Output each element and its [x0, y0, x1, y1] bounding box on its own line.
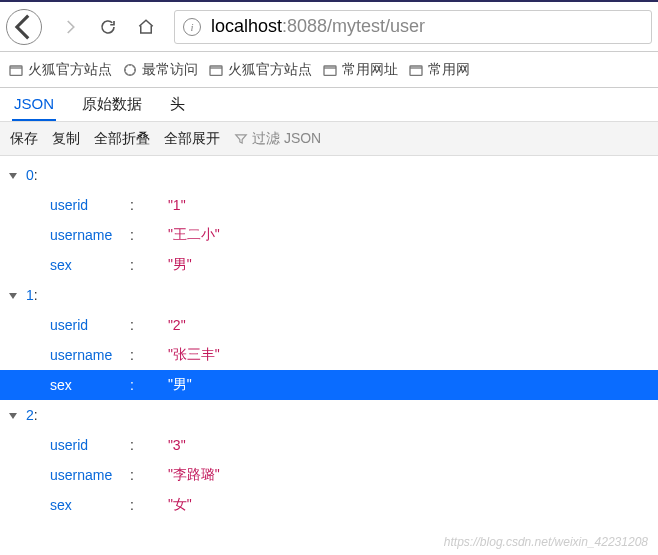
- bookmark-item[interactable]: 常用网: [408, 61, 470, 79]
- json-index-row[interactable]: 0:: [0, 160, 658, 190]
- json-property-row[interactable]: userid:"2": [0, 310, 658, 340]
- back-button[interactable]: [6, 9, 42, 45]
- twisty-icon[interactable]: [8, 408, 22, 422]
- json-tree: 0:userid:"1"username:"王二小"sex:"男"1:useri…: [0, 156, 658, 530]
- collapse-all-button[interactable]: 全部折叠: [94, 130, 150, 148]
- bookmark-most-visited[interactable]: 最常访问: [122, 61, 198, 79]
- json-property-row[interactable]: sex:"男": [0, 250, 658, 280]
- save-button[interactable]: 保存: [10, 130, 38, 148]
- json-index-row[interactable]: 1:: [0, 280, 658, 310]
- bookmark-item[interactable]: 常用网址: [322, 61, 398, 79]
- json-property-row[interactable]: username:"李路璐": [0, 460, 658, 490]
- json-property-row[interactable]: username:"张三丰": [0, 340, 658, 370]
- home-button[interactable]: [128, 9, 164, 45]
- info-icon[interactable]: i: [183, 18, 201, 36]
- viewer-actions: 保存 复制 全部折叠 全部展开 过滤 JSON: [0, 122, 658, 156]
- reload-button[interactable]: [90, 9, 126, 45]
- address-bar[interactable]: i localhost:8088/mytest/user: [174, 10, 652, 44]
- json-property-row[interactable]: sex:"女": [0, 490, 658, 520]
- json-property-row[interactable]: userid:"3": [0, 430, 658, 460]
- json-property-row[interactable]: userid:"1": [0, 190, 658, 220]
- json-index-row[interactable]: 2:: [0, 400, 658, 430]
- expand-all-button[interactable]: 全部展开: [164, 130, 220, 148]
- tab-json[interactable]: JSON: [12, 88, 56, 121]
- viewer-tabs: JSON 原始数据 头: [0, 88, 658, 122]
- tab-headers[interactable]: 头: [168, 88, 187, 121]
- json-property-row[interactable]: sex:"男": [0, 370, 658, 400]
- twisty-icon[interactable]: [8, 288, 22, 302]
- url-text: localhost:8088/mytest/user: [211, 16, 425, 37]
- forward-button[interactable]: [52, 9, 88, 45]
- filter-input[interactable]: 过滤 JSON: [234, 130, 321, 148]
- copy-button[interactable]: 复制: [52, 130, 80, 148]
- bookmark-item[interactable]: 火狐官方站点: [8, 61, 112, 79]
- bookmarks-bar: 火狐官方站点 最常访问 火狐官方站点 常用网址 常用网: [0, 52, 658, 88]
- watermark: https://blog.csdn.net/weixin_42231208: [444, 535, 648, 549]
- bookmark-item[interactable]: 火狐官方站点: [208, 61, 312, 79]
- json-property-row[interactable]: username:"王二小": [0, 220, 658, 250]
- twisty-icon[interactable]: [8, 168, 22, 182]
- browser-toolbar: i localhost:8088/mytest/user: [0, 0, 658, 52]
- tab-raw[interactable]: 原始数据: [80, 88, 144, 121]
